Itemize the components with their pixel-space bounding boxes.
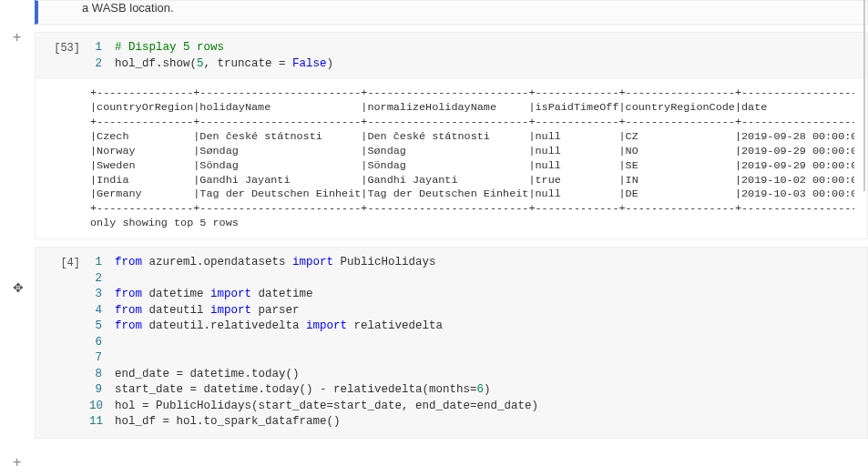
code-line[interactable] [115, 350, 860, 367]
code-line[interactable]: from dateutil.relativedelta import relat… [115, 319, 860, 335]
code-editor[interactable]: 1from azureml.opendatasets import Public… [86, 248, 867, 438]
code-cell[interactable]: [53]1# Display 5 rows2hol_df.show(5, tru… [35, 32, 868, 80]
code-line[interactable]: hol_df.show(5, truncate = False) [115, 56, 860, 73]
move-cell-handle[interactable]: ✥ [13, 280, 24, 295]
line-number: 1 [89, 255, 115, 271]
line-number: 6 [89, 335, 115, 351]
info-banner: a WASB location. [35, 0, 868, 25]
code-line[interactable]: from azureml.opendatasets import PublicH… [115, 255, 860, 271]
line-number: 8 [89, 367, 115, 383]
line-number: 1 [89, 40, 115, 56]
code-line[interactable]: hol_df = hol.to_spark_dataframe() [115, 414, 860, 430]
notebook: [53]1# Display 5 rows2hol_df.show(5, tru… [0, 32, 868, 439]
execution-count: [53] [36, 33, 86, 79]
scrollbar[interactable] [863, 0, 865, 191]
line-number: 5 [89, 319, 115, 335]
code-line[interactable] [115, 335, 860, 351]
code-line[interactable]: # Display 5 rows [115, 40, 860, 56]
line-number: 7 [89, 350, 115, 367]
code-line[interactable]: hol = PublicHolidays(start_date=start_da… [115, 399, 860, 415]
line-number: 3 [89, 287, 115, 303]
execution-count: [4] [36, 248, 86, 438]
line-number: 9 [89, 382, 115, 399]
code-cell[interactable]: [4]1from azureml.opendatasets import Pub… [35, 247, 868, 439]
code-line[interactable]: start_date = datetime.today() - relative… [115, 382, 860, 399]
line-number: 2 [89, 56, 115, 73]
code-line[interactable]: from datetime import datetime [115, 287, 860, 303]
code-line[interactable] [115, 271, 860, 288]
line-number: 11 [89, 414, 115, 430]
cell-output: +---------------+-----------------------… [35, 79, 868, 239]
code-line[interactable]: end_date = datetime.today() [115, 367, 860, 383]
add-cell-button[interactable]: + [13, 455, 21, 470]
line-number: 4 [89, 303, 115, 319]
info-banner-text: a WASB location. [82, 1, 174, 15]
output-text: +---------------+-----------------------… [90, 86, 854, 231]
code-line[interactable]: from dateutil import parser [115, 303, 860, 319]
add-cell-button[interactable]: + [13, 30, 21, 45]
line-number: 2 [89, 271, 115, 288]
code-editor[interactable]: 1# Display 5 rows2hol_df.show(5, truncat… [86, 33, 867, 79]
line-number: 10 [89, 399, 115, 415]
